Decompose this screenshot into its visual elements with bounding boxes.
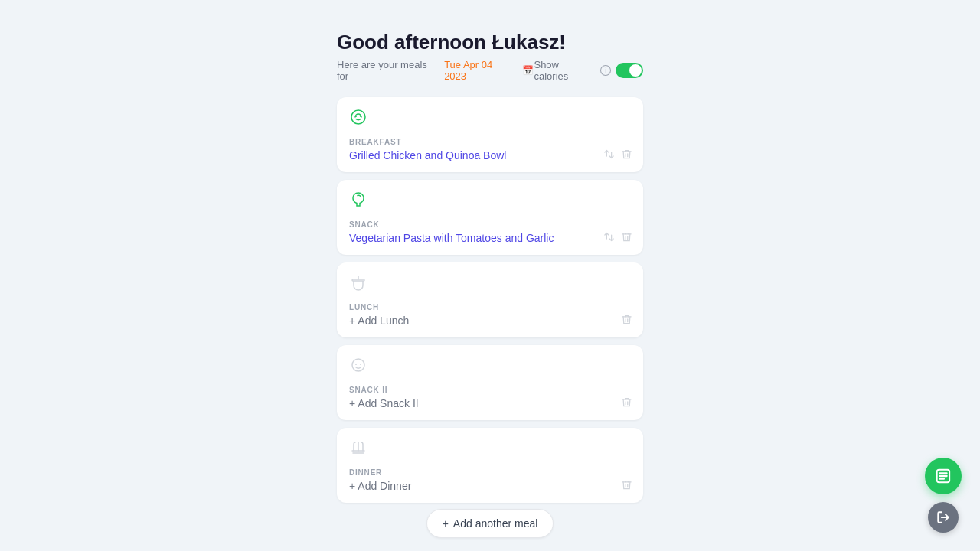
meal-card-snack: SNACK Vegetarian Pasta with Tomatoes and…	[337, 180, 643, 255]
lunch-delete-icon[interactable]	[621, 314, 632, 327]
fab-primary-button[interactable]	[925, 458, 962, 494]
calories-toggle[interactable]	[616, 63, 643, 78]
snack-swap-icon[interactable]	[603, 231, 615, 244]
svg-point-6	[355, 364, 357, 365]
calendar-icon: 📅	[522, 65, 534, 76]
breakfast-delete-icon[interactable]	[621, 148, 632, 161]
breakfast-actions	[603, 148, 632, 161]
meal-card-snack-ii: SNACK II + Add Snack II	[337, 345, 643, 420]
add-meal-plus-icon: +	[443, 517, 449, 530]
subtitle-text: Here are your meals for	[337, 59, 441, 82]
snack-type-label: SNACK	[349, 220, 631, 229]
calories-info-icon[interactable]: i	[600, 65, 611, 76]
date-text: Tue Apr 04 2023	[444, 59, 517, 82]
exit-icon	[936, 510, 950, 524]
lunch-icon	[349, 273, 631, 295]
breakfast-type-label: BREAKFAST	[349, 138, 631, 146]
lunch-type-label: LUNCH	[349, 303, 631, 311]
snack-ii-type-label: SNACK II	[349, 386, 631, 394]
meals-list: BREAKFAST Grilled Chicken and Quinoa Bow…	[337, 97, 643, 503]
snack-delete-icon[interactable]	[621, 231, 632, 244]
svg-point-2	[360, 116, 361, 117]
snack-ii-actions	[621, 396, 632, 409]
meal-card-dinner: DINNER + Add Dinner	[337, 428, 643, 503]
svg-point-7	[360, 364, 361, 365]
dinner-delete-icon[interactable]	[621, 479, 632, 492]
lunch-actions	[621, 314, 632, 327]
list-icon	[935, 468, 952, 484]
page-greeting: Good afternoon Łukasz!	[337, 31, 643, 54]
dinner-add-label[interactable]: + Add Dinner	[349, 480, 631, 492]
svg-point-5	[352, 359, 364, 371]
lunch-add-label[interactable]: + Add Lunch	[349, 315, 631, 327]
breakfast-swap-icon[interactable]	[603, 148, 615, 161]
snack-meal-name: Vegetarian Pasta with Tomatoes and Garli…	[349, 232, 631, 244]
meal-card-lunch: LUNCH + Add Lunch	[337, 262, 643, 337]
breakfast-icon	[349, 108, 631, 130]
fab-secondary-button[interactable]	[928, 502, 959, 533]
dinner-actions	[621, 479, 632, 492]
dinner-type-label: DINNER	[349, 468, 631, 477]
snack-ii-add-label[interactable]: + Add Snack II	[349, 397, 631, 409]
svg-point-0	[351, 110, 365, 124]
snack-actions	[603, 231, 632, 244]
add-meal-label: Add another meal	[453, 517, 538, 530]
breakfast-meal-name: Grilled Chicken and Quinoa Bowl	[349, 149, 631, 161]
snack-icon	[349, 191, 631, 213]
show-calories-label: Show calories	[534, 59, 596, 82]
fab-container	[925, 458, 962, 533]
snack-ii-delete-icon[interactable]	[621, 396, 632, 409]
meal-card-breakfast: BREAKFAST Grilled Chicken and Quinoa Bow…	[337, 97, 643, 172]
add-another-meal-button[interactable]: + Add another meal	[426, 509, 554, 538]
svg-point-1	[355, 116, 357, 117]
snack2-icon	[349, 356, 631, 378]
dinner-icon	[349, 439, 631, 461]
